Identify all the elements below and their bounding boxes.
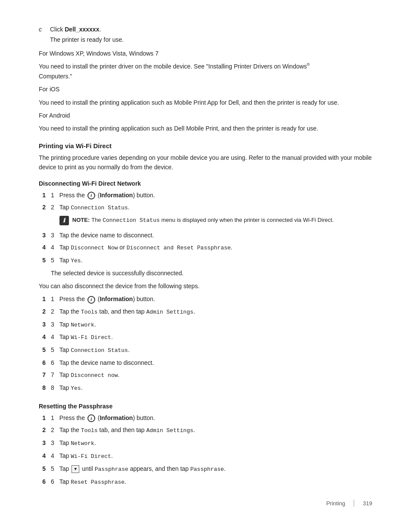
also-step-3: 3 Tap Network. (39, 320, 372, 330)
disconnect-now-mono: Disconnect Now (71, 245, 118, 251)
step-5-content: Tap Yes. (59, 255, 372, 266)
also-step-3-content: Tap Network. (59, 320, 372, 330)
click-dellxxxxxx-row: c Click Dell_xxxxxx. (39, 26, 372, 33)
step-4-content: Tap Disconnect Now or Disconnect and Res… (59, 243, 372, 253)
printing-wifi-heading: Printing via Wi-Fi Direct (39, 142, 372, 149)
also-step-8-content: Tap Yes. (59, 383, 372, 393)
reset-step-4-number: 4 (51, 451, 54, 461)
reset-step-6-number: 6 (51, 477, 54, 487)
windows-xp-heading: For Windows XP, Windows Vista, Windows 7 (39, 49, 372, 58)
disconnecting-steps: 1 Press the i (Information) button. 2 Ta… (39, 190, 372, 266)
footer-section: Printing (326, 500, 345, 507)
info-icon-2: i (87, 296, 95, 304)
also-step-7-number: 7 (51, 370, 54, 380)
disconnect-now-mono-2: Disconnect now (71, 372, 118, 379)
also-step-4-number: 4 (51, 332, 54, 342)
also-step-8-number: 8 (51, 383, 54, 393)
registered-symbol: ® (307, 63, 310, 67)
wifi-direct-mono-2: Wi-Fi Direct (71, 453, 111, 460)
step-4: 4 Tap Disconnect Now or Disconnect and R… (39, 243, 372, 253)
reset-step-4-content: Tap Wi-Fi Direct. (59, 451, 372, 461)
also-step-2-content: Tap the Tools tab, and then tap Admin Se… (59, 307, 372, 317)
also-step-1-number: 1 (51, 294, 54, 304)
network-mono-2: Network (71, 440, 94, 447)
admin-settings-mono-1: Admin Settings (146, 309, 193, 315)
printer-ready-text: The printer is ready for use. (50, 35, 372, 44)
info-icon-3: i (87, 414, 95, 422)
page-footer: Printing 319 (326, 500, 372, 507)
also-disconnect-text: You can also disconnect the device from … (39, 281, 372, 291)
connection-status-mono-2: Connection Status (71, 347, 128, 354)
also-step-6: 6 Tap the device name to disconnect. (39, 358, 372, 367)
reset-step-2: 2 Tap the Tools tab, and then tap Admin … (39, 425, 372, 436)
also-step-1: 1 Press the i (Information) button. (39, 294, 372, 304)
also-step-7-content: Tap Disconnect now. (59, 370, 372, 380)
also-step-5-content: Tap Connection Status. (59, 345, 372, 355)
note-icon: ℹ (59, 216, 69, 225)
also-step-1-content: Press the i (Information) button. (59, 294, 372, 304)
also-step-2: 2 Tap the Tools tab, and then tap Admin … (39, 307, 372, 317)
reset-step-1-content: Press the i (Information) button. (59, 413, 372, 423)
reset-step-3-number: 3 (51, 438, 54, 448)
note-body: The Connection Status menu is displayed … (91, 217, 334, 223)
label-c: c (39, 26, 43, 33)
reset-step-5-content: Tap ▼ until Passphrase appears, and then… (59, 464, 372, 474)
ios-text: You need to install the printing applica… (39, 98, 372, 107)
note-text: NOTE: The Connection Status menu is disp… (72, 215, 334, 225)
footer-page-number: 319 (363, 500, 372, 507)
resetting-steps: 1 Press the i (Information) button. 2 Ta… (39, 413, 372, 487)
also-step-3-number: 3 (51, 320, 54, 330)
selected-device-text: The selected device is successfully disc… (51, 268, 372, 278)
step-1-content: Press the i (Information) button. (59, 190, 372, 200)
also-step-6-number: 6 (51, 358, 54, 367)
also-step-4: 4 Tap Wi-Fi Direct. (39, 332, 372, 342)
step-4-number: 4 (51, 243, 54, 253)
connection-status-mono-note: Connection Status (103, 217, 160, 224)
reset-step-2-content: Tap the Tools tab, and then tap Admin Se… (59, 425, 372, 436)
also-step-2-number: 2 (51, 307, 54, 317)
reset-step-4: 4 Tap Wi-Fi Direct. (39, 451, 372, 461)
note-label: NOTE: (72, 217, 90, 223)
also-step-5-number: 5 (51, 345, 54, 355)
passphrase-mono-1: Passphrase (95, 466, 128, 473)
step-2: 2 Tap Connection Status. ℹ NOTE: The Con… (39, 202, 372, 228)
footer-separator (354, 500, 354, 507)
reset-passphrase-mono: Reset Passphrase (71, 479, 125, 485)
step-2-content: Tap Connection Status. ℹ NOTE: The Conne… (59, 202, 372, 228)
step-1-number: 1 (51, 190, 54, 200)
reset-step-3: 3 Tap Network. (39, 438, 372, 448)
information-bold-1: Information (100, 192, 133, 199)
reset-step-1-number: 1 (51, 413, 54, 423)
information-bold-2: Information (100, 296, 133, 302)
also-step-5: 5 Tap Connection Status. (39, 345, 372, 355)
also-steps: 1 Press the i (Information) button. 2 Ta… (39, 294, 372, 393)
network-mono-1: Network (71, 322, 94, 328)
step-3-number: 3 (51, 230, 54, 240)
resetting-heading: Resetting the Passphrase (39, 403, 372, 410)
passphrase-mono-2: Passphrase (190, 466, 224, 473)
ios-heading: For iOS (39, 84, 372, 94)
reset-step-5-number: 5 (51, 464, 54, 474)
tools-mono-1: Tools (81, 309, 98, 315)
printing-wifi-text: The printing procedure varies depending … (39, 153, 372, 172)
reset-step-3-content: Tap Network. (59, 438, 372, 448)
reset-step-6-content: Tap Reset Passphrase. (59, 477, 372, 487)
reset-step-6: 6 Tap Reset Passphrase. (39, 477, 372, 487)
reset-step-2-number: 2 (51, 425, 54, 436)
down-arrow-icon: ▼ (72, 465, 79, 473)
yes-mono-2: Yes (71, 385, 81, 392)
tools-mono-2: Tools (81, 427, 98, 434)
step-5: 5 Tap Yes. (39, 255, 372, 266)
also-step-4-content: Tap Wi-Fi Direct. (59, 332, 372, 342)
note-box-1: ℹ NOTE: The Connection Status menu is di… (59, 215, 372, 225)
disconnect-reset-mono: Disconnect and Reset Passphrase (127, 245, 231, 251)
dellxxxxxx-bold: Dell_xxxxxx (65, 26, 99, 33)
step-3-content: Tap the device name to disconnect. (59, 230, 372, 240)
step-2-number: 2 (51, 202, 54, 228)
admin-settings-mono-2: Admin Settings (146, 427, 193, 434)
android-text: You need to install the printing applica… (39, 124, 372, 133)
page: c Click Dell_xxxxxx. The printer is read… (0, 0, 411, 524)
connection-status-mono-1: Connection Status (71, 205, 128, 211)
android-heading: For Android (39, 111, 372, 120)
reset-step-1: 1 Press the i (Information) button. (39, 413, 372, 423)
